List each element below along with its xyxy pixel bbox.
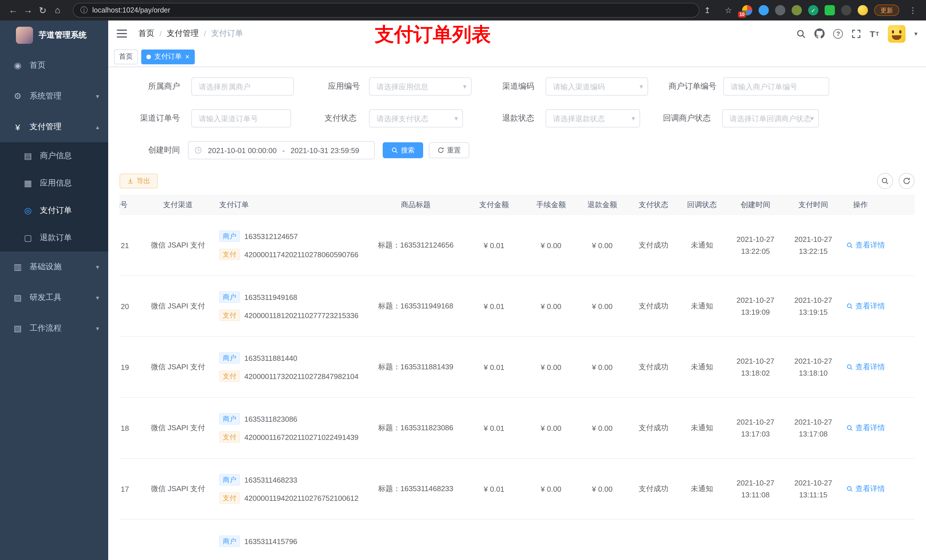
cell-pay-order: 商户1635311823086 支付4200001167202110271022… [213,413,370,443]
cell-title: 标题：1635311823086 [370,423,461,433]
fullscreen-icon[interactable] [851,29,861,38]
avatar[interactable] [888,25,906,42]
breadcrumb-item-home[interactable]: 首页 [138,29,154,39]
extension-icon[interactable] [858,5,868,15]
cell-pay-order: 商户1635311949168 支付4200001181202110277723… [213,291,370,321]
header-cell-refund-amount: 退款金额 [575,200,629,210]
sidebar-item-devtools[interactable]: ▨ 研发工具 ▾ [0,282,108,313]
channel-code-select[interactable] [546,77,648,96]
search-toggle-button[interactable] [877,173,893,189]
view-detail-link[interactable]: 查看详情 [844,362,885,372]
menu-fold-icon[interactable] [117,27,129,40]
view-detail-link[interactable]: 查看详情 [844,484,885,494]
table-row: 21 微信 JSAPI 支付 商户1635312124657 支付4200001… [120,215,915,276]
reset-button[interactable]: 重置 [429,142,469,158]
site-info-icon[interactable]: ⓘ [80,5,88,15]
export-button[interactable]: 导出 [120,174,158,189]
extension-icon[interactable] [841,5,851,15]
extension-icon[interactable] [775,5,785,15]
top-navbar: 首页 / 支付管理 / 支付订单 支付订单列表 ? [108,21,926,47]
create-time-range[interactable]: 2021-10-01 00:00:00 - 2021-10-31 23:59:5… [188,141,375,159]
channel-order-no-input[interactable] [191,109,291,127]
cell-title: 标题：1635311881439 [370,362,461,372]
pay-status-select[interactable] [369,109,463,127]
doc-icon: ▢ [23,233,33,243]
app-title: 芋道管理系统 [39,30,86,41]
sidebar-item-system[interactable]: ⚙ 系统管理 ▾ [0,81,108,112]
sidebar-subitem-app-info[interactable]: ▦ 应用信息 [0,170,108,197]
close-icon[interactable]: × [185,53,189,60]
view-detail-link[interactable]: 查看详情 [844,240,885,251]
breadcrumb-item-payment[interactable]: 支付管理 [167,29,199,39]
header-cell-actions: 操作 [842,200,915,210]
forward-icon[interactable]: → [21,3,35,18]
cell-create-time: 2021-10-2713:18:02 [726,355,785,379]
sidebar-subitem-refund-order[interactable]: ▢ 退款订单 [0,224,108,252]
workflow-icon: ▧ [12,323,23,334]
refund-status-select[interactable] [546,109,640,127]
sidebar-item-workflow[interactable]: ▧ 工作流程 ▾ [0,313,108,344]
yen-icon: ¥ [12,122,23,132]
cell-pay-amount: ¥ 0.01 [461,424,527,432]
filter-label-channel-code: 渠道编码 [489,82,534,92]
browser-chrome: ← → ↻ ⌂ ⓘ localhost:1024/pay/order ↥ ☆ 1… [0,0,926,21]
table-row: 17 微信 JSAPI 支付 商户1635311468233 支付4200001… [120,459,915,519]
merchant-order-no-input[interactable] [723,77,829,96]
extension-icon[interactable]: ✓ [808,5,819,15]
view-detail-link[interactable]: 查看详情 [844,423,885,433]
sidebar-item-label: 基础设施 [30,262,62,272]
cell-pay-amount: ¥ 0.01 [461,241,527,249]
extension-icon[interactable] [758,5,769,15]
extension-icon[interactable] [825,5,835,15]
sidebar-item-payment[interactable]: ¥ 支付管理 ▴ [0,112,108,142]
date-end: 2021-10-31 23:59:59 [291,146,359,154]
home-icon[interactable]: ⌂ [50,3,65,18]
cell-id: 17 [120,485,142,493]
cell-create-time: 2021-10-2713:11:08 [726,477,785,501]
cell-actions: 查看详情 [842,423,915,433]
search-button-label: 搜索 [401,145,415,155]
back-icon[interactable]: ← [6,3,21,18]
merchant-order-no: 1635311949168 [244,293,297,301]
cell-pay-channel: 微信 JSAPI 支付 [142,301,213,311]
help-icon[interactable]: ? [833,29,843,38]
sidebar-item-infrastructure[interactable]: ▥ 基础设施 ▾ [0,252,108,282]
cell-id: 20 [120,302,142,311]
app-select[interactable] [369,77,472,96]
github-icon[interactable] [814,29,825,39]
update-button[interactable]: 更新 [874,5,899,16]
reload-icon[interactable]: ↻ [35,3,50,18]
notify-status-select[interactable] [722,109,819,127]
chevron-up-icon: ▴ [96,123,99,131]
chevron-down-icon: ▾ [96,92,99,100]
tab-pay-order[interactable]: 支付订单 × [141,49,195,64]
more-menu-icon[interactable]: ⋮ [905,3,920,18]
cell-refund-amount: ¥ 0.00 [575,485,629,493]
merchant-select-input[interactable] [191,77,294,96]
breadcrumb-separator: / [204,29,206,38]
sidebar-item-home[interactable]: ◉ 首页 [0,50,108,81]
app-logo[interactable]: 芋道管理系统 [0,21,108,50]
sidebar-subitem-pay-order[interactable]: ◎ 支付订单 [0,197,108,224]
sidebar-subitem-merchant-info[interactable]: ▤ 商户信息 [0,142,108,170]
address-bar[interactable]: ⓘ localhost:1024/pay/order [73,3,699,18]
fontsize-icon[interactable]: TT [870,29,879,38]
url-text: localhost:1024/pay/order [92,6,170,14]
share-icon[interactable]: ↥ [700,3,715,18]
bookmark-star-icon[interactable]: ☆ [721,3,736,18]
table-row: 20 微信 JSAPI 支付 商户1635311949168 支付4200001… [120,276,915,337]
merchant-tag: 商户 [219,413,240,424]
search-icon[interactable] [796,29,806,38]
cell-pay-amount: ¥ 0.01 [461,302,527,311]
tab-home[interactable]: 首页 [114,49,138,64]
caret-down-icon[interactable]: ▾ [914,30,917,37]
cell-pay-order: 商户1635312124657 支付4200001174202110278060… [213,231,370,260]
extension-icon[interactable]: 10 [742,5,752,15]
search-button[interactable]: 搜索 [383,142,423,158]
view-detail-link[interactable]: 查看详情 [844,301,885,311]
extension-icon[interactable] [791,5,802,15]
refresh-button[interactable] [899,173,915,189]
active-dot [146,54,151,59]
table-header: 编号 支付渠道 支付订单 商品标题 支付金额 手续金额 退款金额 支付状态 回调… [120,195,915,215]
monitor-icon: ▥ [12,262,23,272]
